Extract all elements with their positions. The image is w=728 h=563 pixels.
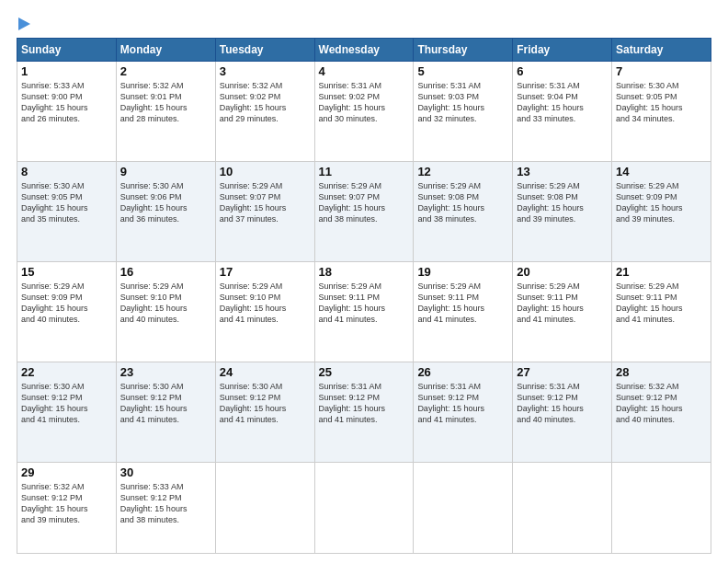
day-content: Sunrise: 5:32 AM Sunset: 9:12 PM Dayligh… xyxy=(21,481,112,526)
calendar-header-cell: Friday xyxy=(513,39,612,62)
calendar-day-cell: 30Sunrise: 5:33 AM Sunset: 9:12 PM Dayli… xyxy=(116,462,215,553)
day-content: Sunrise: 5:31 AM Sunset: 9:03 PM Dayligh… xyxy=(417,80,508,125)
day-content: Sunrise: 5:31 AM Sunset: 9:12 PM Dayligh… xyxy=(517,381,608,426)
day-content: Sunrise: 5:33 AM Sunset: 9:12 PM Dayligh… xyxy=(120,481,211,526)
day-content: Sunrise: 5:32 AM Sunset: 9:01 PM Dayligh… xyxy=(120,80,211,125)
calendar-day-cell: 27Sunrise: 5:31 AM Sunset: 9:12 PM Dayli… xyxy=(513,362,612,462)
day-content: Sunrise: 5:30 AM Sunset: 9:12 PM Dayligh… xyxy=(120,381,211,426)
calendar-day-cell xyxy=(513,462,612,553)
calendar-day-cell xyxy=(314,462,414,553)
day-content: Sunrise: 5:29 AM Sunset: 9:09 PM Dayligh… xyxy=(21,281,112,326)
day-content: Sunrise: 5:29 AM Sunset: 9:11 PM Dayligh… xyxy=(517,281,608,326)
day-number: 1 xyxy=(21,64,112,78)
day-number: 3 xyxy=(220,64,311,78)
day-number: 25 xyxy=(319,365,410,379)
calendar-week-row: 29Sunrise: 5:32 AM Sunset: 9:12 PM Dayli… xyxy=(17,462,711,553)
day-number: 11 xyxy=(319,165,410,178)
day-content: Sunrise: 5:29 AM Sunset: 9:07 PM Dayligh… xyxy=(220,180,311,225)
calendar-day-cell: 29Sunrise: 5:32 AM Sunset: 9:12 PM Dayli… xyxy=(17,462,117,553)
calendar-day-cell: 15Sunrise: 5:29 AM Sunset: 9:09 PM Dayli… xyxy=(17,261,117,362)
calendar-day-cell xyxy=(414,462,513,553)
day-number: 26 xyxy=(417,365,508,379)
day-number: 20 xyxy=(517,265,608,279)
header xyxy=(17,17,711,30)
day-number: 24 xyxy=(220,365,311,379)
day-number: 8 xyxy=(21,165,112,178)
day-content: Sunrise: 5:32 AM Sunset: 9:12 PM Dayligh… xyxy=(616,381,707,426)
calendar-day-cell: 16Sunrise: 5:29 AM Sunset: 9:10 PM Dayli… xyxy=(116,261,215,362)
calendar-day-cell: 17Sunrise: 5:29 AM Sunset: 9:10 PM Dayli… xyxy=(215,261,314,362)
day-number: 12 xyxy=(417,165,508,178)
day-content: Sunrise: 5:31 AM Sunset: 9:12 PM Dayligh… xyxy=(319,381,410,426)
calendar-header-cell: Thursday xyxy=(414,39,513,62)
day-number: 19 xyxy=(417,265,508,279)
calendar-day-cell xyxy=(612,462,711,553)
day-number: 2 xyxy=(120,64,211,78)
calendar-day-cell: 4Sunrise: 5:31 AM Sunset: 9:02 PM Daylig… xyxy=(314,62,414,162)
day-content: Sunrise: 5:29 AM Sunset: 9:08 PM Dayligh… xyxy=(417,180,508,225)
day-number: 17 xyxy=(220,265,311,279)
calendar-week-row: 22Sunrise: 5:30 AM Sunset: 9:12 PM Dayli… xyxy=(17,362,711,462)
calendar-day-cell: 21Sunrise: 5:29 AM Sunset: 9:11 PM Dayli… xyxy=(612,261,711,362)
day-number: 6 xyxy=(517,64,608,78)
day-content: Sunrise: 5:30 AM Sunset: 9:12 PM Dayligh… xyxy=(21,381,112,426)
day-number: 14 xyxy=(616,165,707,178)
day-number: 15 xyxy=(21,265,112,279)
calendar-day-cell: 7Sunrise: 5:30 AM Sunset: 9:05 PM Daylig… xyxy=(612,62,711,162)
calendar-day-cell: 10Sunrise: 5:29 AM Sunset: 9:07 PM Dayli… xyxy=(215,161,314,261)
day-number: 23 xyxy=(120,365,211,379)
day-content: Sunrise: 5:29 AM Sunset: 9:11 PM Dayligh… xyxy=(616,281,707,326)
day-number: 29 xyxy=(21,465,112,479)
day-content: Sunrise: 5:29 AM Sunset: 9:11 PM Dayligh… xyxy=(319,281,410,326)
calendar-header-row: SundayMondayTuesdayWednesdayThursdayFrid… xyxy=(17,39,711,62)
calendar-day-cell: 14Sunrise: 5:29 AM Sunset: 9:09 PM Dayli… xyxy=(612,161,711,261)
calendar-table: SundayMondayTuesdayWednesdayThursdayFrid… xyxy=(17,38,711,554)
calendar-day-cell: 8Sunrise: 5:30 AM Sunset: 9:05 PM Daylig… xyxy=(17,161,117,261)
logo-arrow-icon xyxy=(18,17,30,30)
day-content: Sunrise: 5:30 AM Sunset: 9:05 PM Dayligh… xyxy=(21,180,112,225)
day-number: 16 xyxy=(120,265,211,279)
calendar-day-cell: 2Sunrise: 5:32 AM Sunset: 9:01 PM Daylig… xyxy=(116,62,215,162)
day-number: 30 xyxy=(120,465,211,479)
calendar-day-cell: 11Sunrise: 5:29 AM Sunset: 9:07 PM Dayli… xyxy=(314,161,414,261)
logo xyxy=(17,17,30,30)
calendar-week-row: 1Sunrise: 5:33 AM Sunset: 9:00 PM Daylig… xyxy=(17,62,711,162)
day-number: 5 xyxy=(417,64,508,78)
day-content: Sunrise: 5:29 AM Sunset: 9:11 PM Dayligh… xyxy=(417,281,508,326)
day-number: 27 xyxy=(517,365,608,379)
day-content: Sunrise: 5:30 AM Sunset: 9:05 PM Dayligh… xyxy=(616,80,707,125)
calendar-day-cell: 5Sunrise: 5:31 AM Sunset: 9:03 PM Daylig… xyxy=(414,62,513,162)
day-content: Sunrise: 5:31 AM Sunset: 9:12 PM Dayligh… xyxy=(417,381,508,426)
page: SundayMondayTuesdayWednesdayThursdayFrid… xyxy=(0,0,728,563)
day-number: 7 xyxy=(616,64,707,78)
day-content: Sunrise: 5:32 AM Sunset: 9:02 PM Dayligh… xyxy=(220,80,311,125)
calendar-week-row: 8Sunrise: 5:30 AM Sunset: 9:05 PM Daylig… xyxy=(17,161,711,261)
day-number: 18 xyxy=(319,265,410,279)
day-content: Sunrise: 5:29 AM Sunset: 9:10 PM Dayligh… xyxy=(220,281,311,326)
calendar-day-cell: 23Sunrise: 5:30 AM Sunset: 9:12 PM Dayli… xyxy=(116,362,215,462)
calendar-day-cell: 19Sunrise: 5:29 AM Sunset: 9:11 PM Dayli… xyxy=(414,261,513,362)
calendar-day-cell: 9Sunrise: 5:30 AM Sunset: 9:06 PM Daylig… xyxy=(116,161,215,261)
day-number: 21 xyxy=(616,265,707,279)
calendar-day-cell xyxy=(215,462,314,553)
day-content: Sunrise: 5:31 AM Sunset: 9:04 PM Dayligh… xyxy=(517,80,608,125)
day-content: Sunrise: 5:30 AM Sunset: 9:12 PM Dayligh… xyxy=(220,381,311,426)
calendar-day-cell: 20Sunrise: 5:29 AM Sunset: 9:11 PM Dayli… xyxy=(513,261,612,362)
calendar-day-cell: 25Sunrise: 5:31 AM Sunset: 9:12 PM Dayli… xyxy=(314,362,414,462)
day-number: 28 xyxy=(616,365,707,379)
calendar-day-cell: 6Sunrise: 5:31 AM Sunset: 9:04 PM Daylig… xyxy=(513,62,612,162)
calendar-header-cell: Sunday xyxy=(17,39,117,62)
calendar-body: 1Sunrise: 5:33 AM Sunset: 9:00 PM Daylig… xyxy=(17,62,711,554)
day-content: Sunrise: 5:29 AM Sunset: 9:07 PM Dayligh… xyxy=(319,180,410,225)
calendar-day-cell: 26Sunrise: 5:31 AM Sunset: 9:12 PM Dayli… xyxy=(414,362,513,462)
calendar-header-cell: Tuesday xyxy=(215,39,314,62)
calendar-day-cell: 18Sunrise: 5:29 AM Sunset: 9:11 PM Dayli… xyxy=(314,261,414,362)
day-content: Sunrise: 5:29 AM Sunset: 9:10 PM Dayligh… xyxy=(120,281,211,326)
calendar-day-cell: 22Sunrise: 5:30 AM Sunset: 9:12 PM Dayli… xyxy=(17,362,117,462)
calendar-day-cell: 24Sunrise: 5:30 AM Sunset: 9:12 PM Dayli… xyxy=(215,362,314,462)
day-content: Sunrise: 5:33 AM Sunset: 9:00 PM Dayligh… xyxy=(21,80,112,125)
day-content: Sunrise: 5:31 AM Sunset: 9:02 PM Dayligh… xyxy=(319,80,410,125)
calendar-day-cell: 12Sunrise: 5:29 AM Sunset: 9:08 PM Dayli… xyxy=(414,161,513,261)
calendar-header-cell: Saturday xyxy=(612,39,711,62)
day-content: Sunrise: 5:29 AM Sunset: 9:09 PM Dayligh… xyxy=(616,180,707,225)
